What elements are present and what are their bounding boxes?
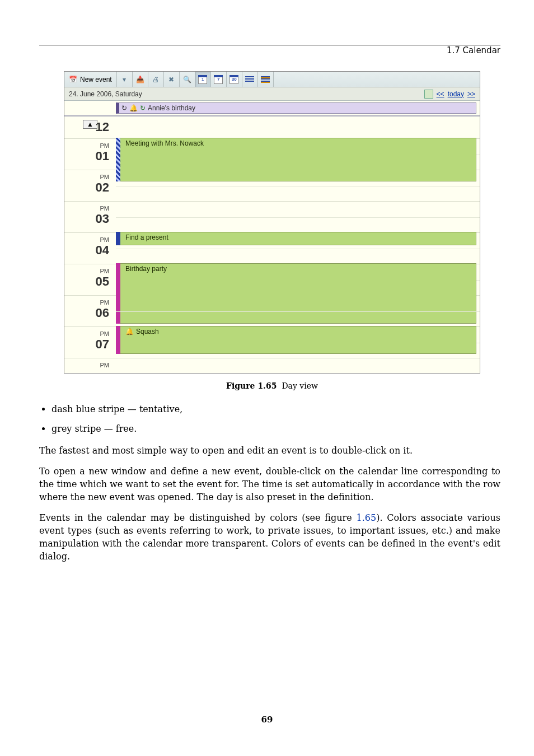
task-pane-icon[interactable]	[424, 90, 433, 99]
status-stripe-busy-icon	[116, 232, 120, 245]
delete-icon[interactable]: ✖	[164, 72, 180, 87]
para-2: To open a new window and define a new ev…	[39, 465, 500, 503]
figure-ref-link[interactable]: 1.65	[357, 512, 377, 523]
new-event-label: New event	[80, 76, 112, 83]
month-tile-icon: 30	[229, 75, 238, 84]
hour-row-02[interactable]: PM02	[64, 170, 480, 202]
month-view-button[interactable]: 30	[227, 72, 242, 87]
hour-row-06[interactable]: PM06	[64, 296, 480, 327]
appt-squash-title: Squash	[136, 328, 159, 335]
reminder-icon: 🔔	[129, 104, 138, 112]
all-day-event[interactable]: ↻ 🔔 ↻ Annie's birthday	[116, 102, 476, 114]
list-colored-icon	[261, 76, 270, 83]
prev-day-link[interactable]: <<	[437, 90, 444, 98]
week-view-button[interactable]: 7	[211, 72, 227, 87]
appt-party-title: Birthday party	[125, 265, 167, 273]
appt-squash[interactable]: 🔔 Squash	[116, 326, 476, 354]
bullet-1: dash blue stripe — tentative,	[51, 404, 500, 416]
hour-03: 03	[96, 212, 109, 226]
today-link[interactable]: today	[448, 90, 464, 98]
hour-02: 02	[96, 180, 109, 194]
hour-row-08[interactable]: PM	[64, 358, 480, 373]
dropdown-arrow-icon[interactable]: ▾	[117, 72, 133, 87]
hour-12: 12	[96, 120, 109, 134]
figure-label: Figure 1.65	[226, 381, 277, 390]
next-day-link[interactable]: >>	[467, 90, 475, 98]
recurrence-icon: ↻	[121, 104, 127, 112]
print-icon[interactable]: 🖨	[148, 72, 164, 87]
current-date: 24. June 2006, Saturday	[69, 90, 142, 98]
hour-row-01[interactable]: PM01 Meeting with Mrs. Nowack	[64, 139, 480, 170]
para-1: The fastest and most simple way to open …	[39, 444, 500, 457]
calendar-day-view: 📅 New event ▾ 📥 🖨 ✖ 🔍 1 7 30 24. June 20…	[64, 71, 480, 374]
hour-row-04[interactable]: PM04 Find a present	[64, 233, 480, 264]
all-day-event-title: Annie's birthday	[148, 104, 195, 112]
bullet-2: grey stripe — free.	[51, 423, 500, 435]
hour-row-12[interactable]: 12	[64, 116, 480, 139]
date-bar: 24. June 2006, Saturday << today >>	[64, 87, 480, 101]
hour-row-05[interactable]: PM05 Birthday party	[64, 264, 480, 296]
figure-caption-text: Day view	[282, 381, 318, 390]
figure-wrap: 📅 New event ▾ 📥 🖨 ✖ 🔍 1 7 30 24. June 20…	[39, 71, 500, 390]
hour-06: 06	[96, 306, 109, 320]
week-tile-icon: 7	[214, 75, 223, 84]
appt-present-title: Find a present	[125, 234, 168, 241]
para-3: Events in the calendar may be distinguis…	[39, 511, 500, 563]
reminder-bell-icon: 🔔	[125, 328, 134, 335]
page-number: 69	[0, 715, 534, 725]
refresh-icon: ↻	[140, 104, 146, 112]
time-grid[interactable]: ▲ 12 PM01 Meeting with Mrs. Nowack	[64, 116, 480, 373]
figure-caption: Figure 1.65 Day view	[64, 381, 480, 390]
page: 1.7 Calendar 📅 New event ▾ 📥 🖨 ✖ 🔍 1 7 3…	[0, 0, 534, 563]
calendar-plus-icon: 📅	[69, 76, 77, 83]
list-icon	[245, 76, 254, 83]
hour-05: 05	[96, 274, 109, 288]
day-tile-icon: 1	[198, 75, 207, 84]
list-view1-button[interactable]	[242, 72, 258, 87]
hour-07: 07	[96, 337, 109, 351]
hour-row-07[interactable]: PM07 🔔 Squash	[64, 327, 480, 358]
toolbar: 📅 New event ▾ 📥 🖨 ✖ 🔍 1 7 30	[64, 72, 480, 87]
search-icon[interactable]: 🔍	[180, 72, 195, 87]
list-view2-button[interactable]	[258, 72, 274, 87]
appt-meeting-title: Meeting with Mrs. Nowack	[125, 139, 204, 147]
all-day-row: ↻ 🔔 ↻ Annie's birthday	[64, 101, 480, 116]
section-title: 1.7 Calendar	[447, 45, 500, 55]
hour-04: 04	[96, 243, 109, 257]
new-event-button[interactable]: 📅 New event	[64, 72, 117, 87]
day-view-button[interactable]: 1	[195, 72, 211, 87]
status-stripe-magenta2-icon	[116, 326, 120, 354]
appt-present[interactable]: Find a present	[116, 232, 476, 245]
move-to-folder-icon[interactable]: 📥	[133, 72, 148, 87]
hour-01: 01	[96, 149, 109, 163]
running-header: 1.7 Calendar	[39, 43, 500, 55]
bullet-list: dash blue stripe — tentative, grey strip…	[39, 404, 500, 435]
hour-row-03[interactable]: PM03	[64, 202, 480, 233]
